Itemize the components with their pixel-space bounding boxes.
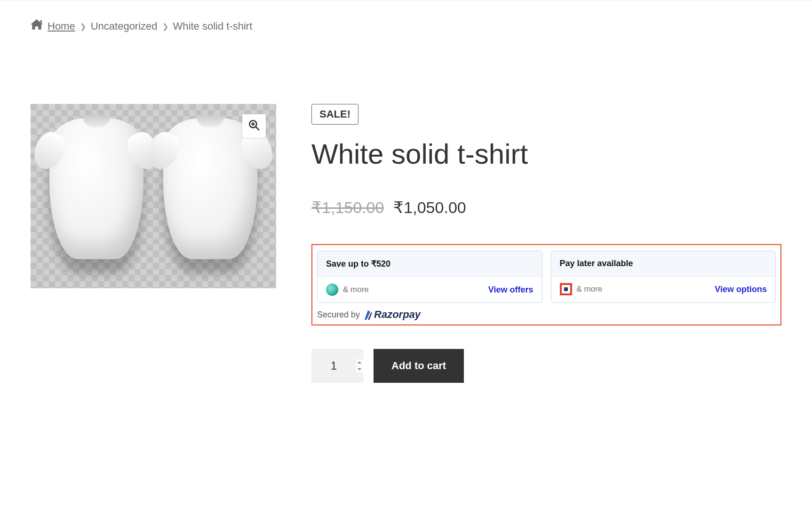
secured-by-row: Secured by Razorpay <box>317 308 776 321</box>
offer-card-save: Save up to ₹520 & more View offers <box>317 251 542 303</box>
chevron-right-icon: ❯ <box>162 22 168 31</box>
razorpay-icon <box>364 309 372 320</box>
zoom-button[interactable] <box>242 114 266 138</box>
price-row: ₹1,150.00 ₹1,050.00 <box>311 198 781 217</box>
add-to-cart-row: Add to cart <box>311 349 781 383</box>
product-wrap: SALE! White solid t-shirt ₹1,150.00 ₹1,0… <box>31 104 781 383</box>
product-title: White solid t-shirt <box>311 139 781 170</box>
offers-panel: Save up to ₹520 & more View offers Pay l… <box>311 244 781 325</box>
product-image-column <box>31 104 276 383</box>
breadcrumb-home-link[interactable]: Home <box>48 20 75 32</box>
product-info-column: SALE! White solid t-shirt ₹1,150.00 ₹1,0… <box>311 104 781 383</box>
razorpay-logo: Razorpay <box>364 308 421 321</box>
razorpay-logo-text: Razorpay <box>374 308 421 321</box>
offer-card-paylater-title: Pay later available <box>551 251 776 277</box>
secured-by-label: Secured by <box>317 310 360 320</box>
view-offers-link[interactable]: View offers <box>488 285 533 295</box>
offer-card-save-title: Save up to ₹520 <box>318 251 542 277</box>
provider-icon <box>560 283 572 295</box>
offer-card-paylater: Pay later available & more View options <box>551 251 776 303</box>
home-icon <box>31 19 43 33</box>
offer-cards-row: Save up to ₹520 & more View offers Pay l… <box>317 251 776 303</box>
price-sale: ₹1,050.00 <box>393 198 466 217</box>
chevron-right-icon: ❯ <box>80 22 86 31</box>
offer-card-more-label: & more <box>577 285 603 294</box>
price-original: ₹1,150.00 <box>311 198 384 217</box>
add-to-cart-button[interactable]: Add to cart <box>374 349 464 383</box>
breadcrumb-current: White solid t-shirt <box>173 20 253 32</box>
offer-card-more-label: & more <box>343 285 369 294</box>
quantity-input[interactable] <box>311 349 363 383</box>
svg-line-1 <box>256 127 259 130</box>
breadcrumb-category: Uncategorized <box>91 20 158 32</box>
zoom-in-icon <box>248 119 260 133</box>
breadcrumb: Home ❯ Uncategorized ❯ White solid t-shi… <box>31 19 781 33</box>
sale-badge: SALE! <box>311 104 358 125</box>
product-image[interactable] <box>31 104 276 288</box>
view-options-link[interactable]: View options <box>715 285 767 294</box>
provider-icon <box>326 284 338 296</box>
